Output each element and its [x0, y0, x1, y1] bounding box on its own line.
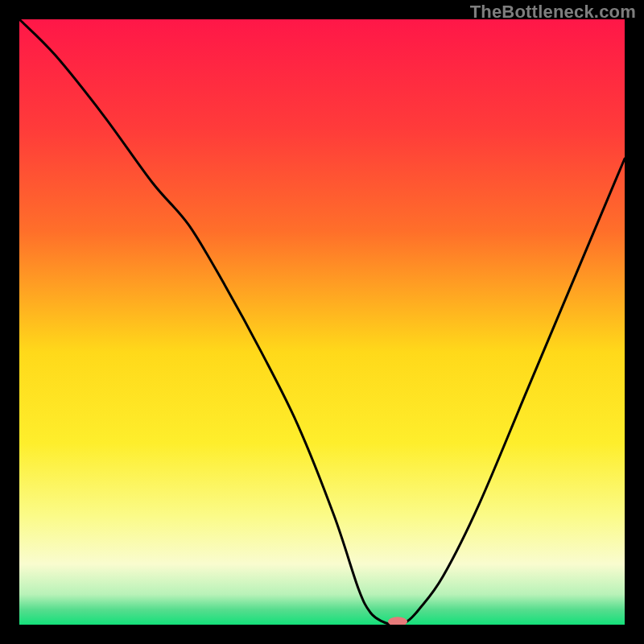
watermark-text: TheBottleneck.com [470, 2, 636, 23]
chart-svg [19, 19, 625, 625]
gradient-background [19, 19, 625, 625]
plot-area [19, 19, 625, 625]
chart-frame: TheBottleneck.com [0, 0, 644, 644]
